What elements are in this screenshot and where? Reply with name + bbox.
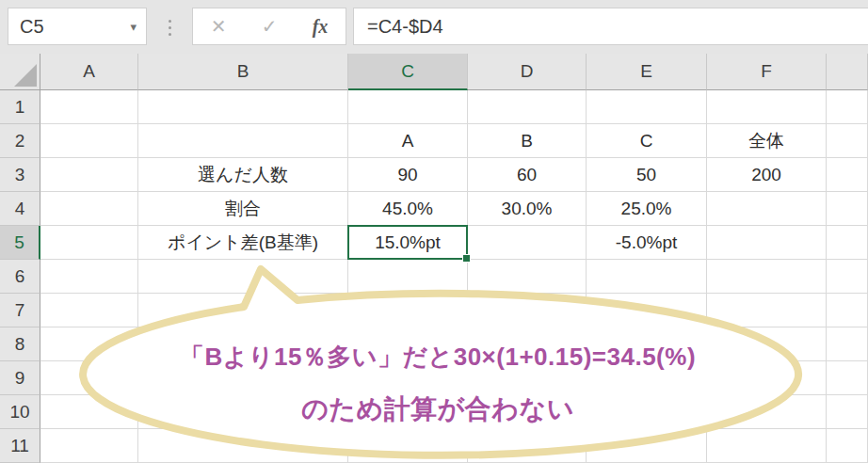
row-header-1[interactable]: 1	[0, 90, 40, 124]
separator-dots-icon	[164, 13, 175, 41]
cell-B1[interactable]	[138, 90, 348, 124]
cell-G10[interactable]	[827, 395, 868, 429]
cell-B3[interactable]: 選んだ人数	[138, 158, 348, 192]
cell-C6[interactable]	[348, 260, 468, 294]
row-header-6[interactable]: 6	[0, 260, 40, 294]
formula-input[interactable]: =C4-$D4	[353, 8, 868, 45]
cell-E2[interactable]: C	[587, 124, 707, 158]
cell-E1[interactable]	[587, 90, 707, 124]
column-header-C[interactable]: C	[348, 54, 468, 90]
cell-A2[interactable]	[40, 124, 138, 158]
column-header-A[interactable]: A	[40, 54, 138, 90]
cell-B6[interactable]	[138, 260, 348, 294]
formula-text: =C4-$D4	[354, 16, 443, 38]
row-header-7[interactable]: 7	[0, 294, 40, 327]
row-header-8[interactable]: 8	[0, 327, 40, 361]
row-header-10[interactable]: 10	[0, 395, 40, 429]
cell-E4[interactable]: 25.0%	[587, 192, 707, 226]
cell-C3[interactable]: 90	[348, 158, 468, 192]
column-header-D[interactable]: D	[468, 54, 587, 90]
cell-C2[interactable]: A	[348, 124, 468, 158]
cell-F3[interactable]: 200	[707, 158, 827, 192]
row-header-9[interactable]: 9	[0, 361, 40, 395]
cell-G1[interactable]	[827, 90, 868, 124]
row-header-11[interactable]: 11	[0, 429, 40, 463]
cell-B4[interactable]: 割合	[138, 192, 348, 226]
enter-icon[interactable]: ✓	[262, 15, 278, 38]
cell-A5[interactable]	[40, 226, 138, 260]
row-header-4[interactable]: 4	[0, 192, 40, 226]
cell-B2[interactable]	[138, 124, 348, 158]
cell-B5[interactable]: ポイント差(B基準)	[138, 226, 348, 260]
select-all-triangle-icon	[14, 64, 37, 87]
cell-A6[interactable]	[40, 260, 138, 294]
cell-C1[interactable]	[348, 90, 468, 124]
cell-A7[interactable]	[40, 294, 138, 327]
cell-G4[interactable]	[827, 192, 868, 226]
select-all-button[interactable]	[0, 54, 40, 90]
cell-F6[interactable]	[707, 260, 827, 294]
cell-E5[interactable]: -5.0%pt	[587, 226, 707, 260]
row-header-2[interactable]: 2	[0, 124, 40, 158]
cell-G6[interactable]	[827, 260, 868, 294]
cell-G9[interactable]	[827, 361, 868, 395]
cell-A1[interactable]	[40, 90, 138, 124]
cell-G2[interactable]	[827, 124, 868, 158]
cell-A4[interactable]	[40, 192, 138, 226]
cell-F2[interactable]: 全体	[707, 124, 827, 158]
name-box[interactable]: C5 ▾	[8, 8, 147, 45]
cell-D2[interactable]: B	[468, 124, 587, 158]
cell-D3[interactable]: 60	[468, 158, 587, 192]
cell-D5[interactable]	[468, 226, 587, 260]
cell-C5-selected[interactable]: 15.0%pt	[348, 226, 468, 260]
name-box-dropdown-icon[interactable]: ▾	[130, 20, 146, 34]
column-header-F[interactable]: F	[707, 54, 827, 90]
cell-G11[interactable]	[827, 429, 868, 463]
column-header-E[interactable]: E	[587, 54, 707, 90]
name-box-value: C5	[8, 16, 130, 38]
cell-F11[interactable]	[707, 429, 827, 463]
insert-function-icon[interactable]: fx	[313, 16, 329, 38]
cell-E3[interactable]: 50	[587, 158, 707, 192]
cell-F4[interactable]	[707, 192, 827, 226]
cell-F5[interactable]	[707, 226, 827, 260]
cell-A3[interactable]	[40, 158, 138, 192]
column-header-B[interactable]: B	[138, 54, 348, 90]
cell-D6[interactable]	[468, 260, 587, 294]
formula-bar-row: C5 ▾ ✕ ✓ fx =C4-$D4	[0, 0, 868, 54]
row-header-3[interactable]: 3	[0, 158, 40, 192]
cell-G8[interactable]	[827, 327, 868, 361]
cell-D1[interactable]	[468, 90, 587, 124]
cell-C4[interactable]: 45.0%	[348, 192, 468, 226]
cell-G5[interactable]	[827, 226, 868, 260]
cell-F1[interactable]	[707, 90, 827, 124]
formula-buttons: ✕ ✓ fx	[192, 8, 346, 45]
cell-D4[interactable]: 30.0%	[468, 192, 587, 226]
column-header-partial[interactable]	[827, 54, 868, 90]
cell-A11[interactable]	[40, 429, 138, 463]
cell-E6[interactable]	[587, 260, 707, 294]
cell-G3[interactable]	[827, 158, 868, 192]
row-header-5[interactable]: 5	[0, 226, 40, 260]
cell-G7[interactable]	[827, 294, 868, 327]
cancel-icon[interactable]: ✕	[211, 15, 227, 38]
